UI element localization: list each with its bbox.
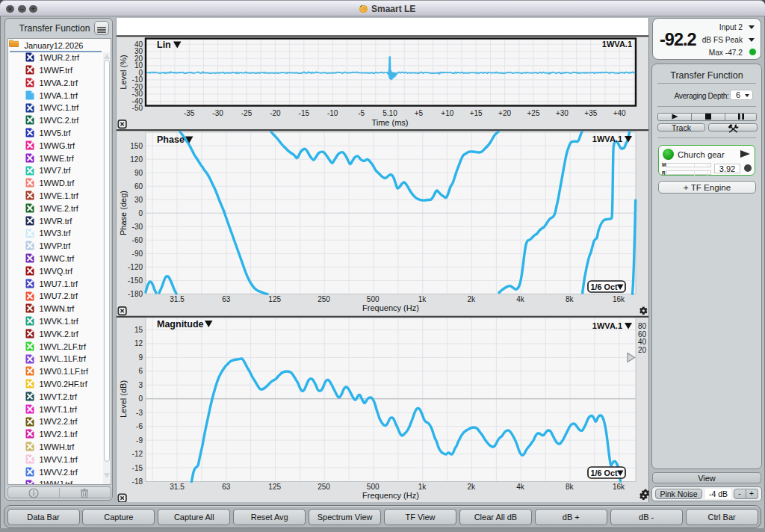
- svg-text:Phase: Phase: [157, 134, 185, 145]
- svg-text:8k: 8k: [566, 483, 574, 491]
- svg-text:150: 150: [130, 142, 143, 150]
- svg-text:5.10: 5.10: [382, 109, 397, 117]
- svg-text:-6: -6: [136, 422, 143, 430]
- svg-text:500: 500: [367, 295, 380, 303]
- svg-text:0: 0: [138, 395, 143, 403]
- svg-text:500: 500: [367, 483, 380, 491]
- svg-text:-15: -15: [132, 464, 143, 472]
- svg-text:8k: 8k: [566, 295, 574, 303]
- svg-text:-30: -30: [212, 109, 223, 117]
- svg-text:+30: +30: [556, 109, 569, 117]
- svg-text:1WVA.1: 1WVA.1: [602, 40, 632, 49]
- svg-text:-35: -35: [184, 109, 195, 117]
- svg-text:+35: +35: [584, 109, 597, 117]
- svg-text:-9: -9: [136, 436, 143, 445]
- svg-text:20: 20: [638, 346, 647, 354]
- svg-text:Magnitude: Magnitude: [157, 319, 204, 330]
- svg-text:20: 20: [134, 55, 143, 63]
- svg-text:-150: -150: [128, 276, 143, 285]
- svg-text:125: 125: [268, 483, 281, 491]
- svg-text:12: 12: [134, 339, 143, 347]
- svg-text:63: 63: [222, 295, 231, 303]
- svg-text:1WVA.1: 1WVA.1: [592, 134, 622, 143]
- svg-text:250: 250: [318, 295, 330, 303]
- svg-text:-50: -50: [132, 104, 143, 112]
- svg-text:1k: 1k: [418, 295, 427, 303]
- svg-text:3: 3: [138, 381, 143, 389]
- svg-text:31.5: 31.5: [170, 295, 185, 303]
- svg-text:+10: +10: [441, 109, 453, 117]
- svg-text:-20: -20: [270, 109, 281, 117]
- svg-text:16k: 16k: [613, 295, 625, 303]
- svg-text:40: 40: [638, 338, 647, 346]
- svg-text:250: 250: [318, 483, 330, 491]
- svg-text:0: 0: [138, 209, 143, 217]
- svg-text:-18: -18: [132, 477, 143, 486]
- svg-text:63: 63: [222, 483, 231, 491]
- svg-text:-12: -12: [132, 450, 143, 458]
- svg-text:Time (ms): Time (ms): [371, 118, 408, 127]
- svg-text:-90: -90: [132, 250, 143, 258]
- svg-text:1k: 1k: [418, 483, 427, 491]
- svg-text:-10: -10: [132, 75, 143, 84]
- svg-text:-30: -30: [132, 223, 143, 231]
- svg-text:80: 80: [638, 322, 647, 330]
- svg-text:15: 15: [134, 326, 143, 334]
- svg-text:+20: +20: [498, 109, 511, 117]
- svg-text:Phase (deg): Phase (deg): [119, 191, 128, 235]
- svg-text:Frequency (Hz): Frequency (Hz): [362, 491, 419, 500]
- svg-text:-30: -30: [132, 90, 143, 98]
- svg-text:Level (%): Level (%): [119, 55, 128, 89]
- svg-text:-15: -15: [299, 109, 310, 117]
- svg-text:60: 60: [134, 182, 143, 191]
- svg-text:Lin: Lin: [157, 40, 171, 50]
- svg-text:9: 9: [138, 353, 143, 362]
- svg-text:0: 0: [138, 69, 143, 77]
- svg-text:-120: -120: [128, 263, 143, 271]
- svg-text:-180: -180: [128, 290, 143, 298]
- svg-text:2k: 2k: [467, 295, 476, 303]
- svg-text:120: 120: [130, 155, 143, 164]
- svg-text:4k: 4k: [516, 295, 525, 303]
- svg-text:125: 125: [268, 295, 281, 303]
- svg-text:90: 90: [134, 169, 143, 177]
- svg-text:1/6 Oct: 1/6 Oct: [591, 468, 618, 477]
- svg-text:-20: -20: [132, 83, 143, 91]
- svg-text:-3: -3: [136, 409, 143, 417]
- svg-text:31.5: 31.5: [170, 483, 185, 491]
- svg-text:1WVA.1: 1WVA.1: [592, 321, 622, 330]
- svg-text:2k: 2k: [467, 483, 476, 491]
- svg-text:6: 6: [138, 367, 143, 375]
- svg-text:+40: +40: [613, 109, 626, 117]
- svg-text:Frequency (Hz): Frequency (Hz): [362, 303, 419, 312]
- svg-text:-60: -60: [132, 236, 143, 244]
- svg-text:Level (dB): Level (dB): [119, 380, 128, 418]
- svg-text:4k: 4k: [516, 483, 525, 491]
- svg-text:30: 30: [134, 196, 143, 204]
- svg-text:+25: +25: [527, 109, 540, 117]
- svg-text:-25: -25: [241, 109, 253, 117]
- svg-text:40: 40: [134, 40, 143, 49]
- svg-text:1/6 Oct: 1/6 Oct: [591, 282, 618, 291]
- svg-text:-10: -10: [327, 109, 338, 117]
- svg-text:10: 10: [134, 61, 143, 69]
- svg-text:+15: +15: [470, 109, 483, 117]
- svg-text:16k: 16k: [613, 483, 625, 491]
- svg-text:30: 30: [134, 47, 143, 55]
- svg-text:-5: -5: [358, 109, 365, 117]
- svg-text:+5: +5: [415, 109, 424, 117]
- svg-text:-40: -40: [132, 97, 143, 105]
- svg-text:60: 60: [638, 330, 647, 338]
